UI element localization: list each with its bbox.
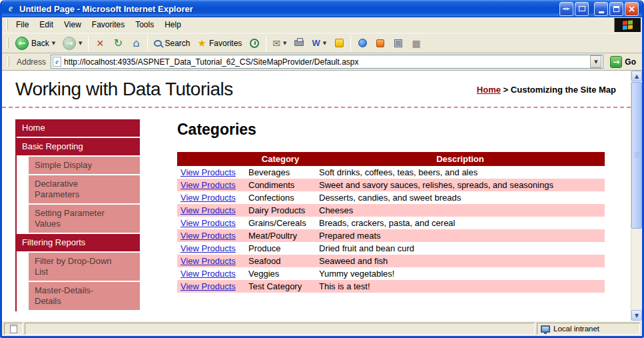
stop-button[interactable]: ✕ xyxy=(91,35,109,51)
view-products-link[interactable]: View Products xyxy=(180,256,236,266)
favorites-star-icon: ★ xyxy=(198,37,206,49)
sidebar-nav: Home Basic Reporting Simple Display Decl… xyxy=(15,119,140,311)
address-label: Address xyxy=(15,57,47,67)
edit-button[interactable]: W ▼ xyxy=(308,37,330,49)
windows-logo xyxy=(614,18,641,32)
history-button[interactable] xyxy=(246,35,263,51)
back-button[interactable]: ← Back ▼ xyxy=(12,35,59,51)
titlebar: e Untitled Page - Microsoft Internet Exp… xyxy=(2,0,642,17)
edit-word-icon: W xyxy=(312,38,320,48)
close-button[interactable]: × xyxy=(625,2,639,16)
msn-button[interactable] xyxy=(354,35,371,51)
view-products-link[interactable]: View Products xyxy=(180,231,236,241)
fullscreen-grid-button[interactable]: ▦ xyxy=(408,35,425,51)
breadcrumb-current: Customizing the Site Map xyxy=(511,85,616,95)
description-cell: Dried fruit and bean curd xyxy=(316,242,605,255)
category-cell: Beverages xyxy=(245,166,316,179)
go-arrow-icon: → xyxy=(610,56,622,68)
view-products-link[interactable]: View Products xyxy=(180,269,236,279)
mail-icon: ✉ xyxy=(272,38,280,49)
sites-button[interactable] xyxy=(390,35,407,51)
toolbar-grip[interactable] xyxy=(7,38,9,49)
table-row: View Products Confections Desserts, cand… xyxy=(177,191,605,204)
category-cell: Confections xyxy=(245,191,316,204)
menu-file[interactable]: File xyxy=(11,18,34,31)
sidebar-item-master-details-details[interactable]: Master-Details-Details xyxy=(29,282,140,310)
menu-favorites[interactable]: Favorites xyxy=(87,18,130,31)
sidebar-item-setting-parameter-values[interactable]: Setting Parameter Values xyxy=(29,205,140,233)
sidebar-item-declarative-parameters[interactable]: Declarative Parameters xyxy=(29,175,140,203)
description-cell: Desserts, candies, and sweet breads xyxy=(316,191,605,204)
scroll-up-button[interactable]: ▲ xyxy=(631,71,642,81)
titlebar-monitor-button[interactable] xyxy=(575,2,589,16)
forward-dropdown-icon[interactable]: ▼ xyxy=(79,41,82,46)
view-products-link[interactable]: View Products xyxy=(180,180,236,190)
local-intranet-icon xyxy=(541,325,550,333)
vertical-scrollbar: ▲ ▼ xyxy=(631,71,642,321)
scroll-down-button[interactable]: ▼ xyxy=(631,310,642,321)
table-row: View Products Test Category This is a te… xyxy=(177,280,605,293)
address-input-wrap: e ▼ xyxy=(51,55,603,69)
category-cell: Condiments xyxy=(245,179,316,191)
toolbar-separator xyxy=(350,35,351,51)
menu-help[interactable]: Help xyxy=(159,18,186,31)
scroll-thumb[interactable] xyxy=(631,82,642,229)
view-products-link[interactable]: View Products xyxy=(180,281,236,291)
view-products-link[interactable]: View Products xyxy=(180,205,236,215)
refresh-button[interactable]: ↻ xyxy=(109,35,127,51)
view-products-link[interactable]: View Products xyxy=(180,218,236,228)
table-row: View Products Veggies Yummy vegetables! xyxy=(177,267,605,280)
favorites-button[interactable]: ★ Favorites xyxy=(194,36,246,51)
sidebar-item-basic-reporting[interactable]: Basic Reporting xyxy=(15,138,140,155)
address-dropdown-button[interactable]: ▼ xyxy=(590,55,601,68)
sidebar-item-home[interactable]: Home xyxy=(15,119,140,137)
header-category: Category xyxy=(245,152,316,166)
go-button[interactable]: → Go xyxy=(607,55,639,69)
menu-tools[interactable]: Tools xyxy=(130,18,159,31)
mail-button[interactable]: ✉ ▼ xyxy=(269,37,290,50)
table-row: View Products Produce Dried fruit and be… xyxy=(177,242,605,255)
description-cell: Soft drinks, coffees, teas, beers, and a… xyxy=(316,166,605,179)
scroll-track[interactable] xyxy=(631,81,642,310)
status-page-panel xyxy=(4,323,23,335)
minimize-button[interactable] xyxy=(594,2,608,16)
forward-button[interactable]: → ▼ xyxy=(59,35,85,51)
view-products-link[interactable]: View Products xyxy=(180,193,236,203)
table-row: View Products Condiments Sweet and savor… xyxy=(177,179,605,191)
mail-dropdown-icon[interactable]: ▼ xyxy=(283,41,286,46)
research-button[interactable] xyxy=(372,35,389,51)
sidebar-item-filter-by-dropdown-list[interactable]: Filter by Drop-Down List xyxy=(29,253,140,281)
view-products-link[interactable]: View Products xyxy=(180,243,236,253)
maximize-button[interactable] xyxy=(609,2,623,16)
messenger-button[interactable] xyxy=(330,35,348,51)
home-button[interactable]: ⌂ xyxy=(127,35,145,51)
msn-icon xyxy=(358,39,367,47)
search-label: Search xyxy=(164,39,190,48)
toolbar-grip[interactable] xyxy=(7,57,9,67)
description-cell: Sweet and savory sauces, relishes, sprea… xyxy=(316,179,605,191)
edit-dropdown-icon[interactable]: ▼ xyxy=(323,41,326,46)
breadcrumb-home-link[interactable]: Home xyxy=(477,85,501,95)
titlebar-arrows-button[interactable]: ◄► xyxy=(559,2,573,16)
categories-table: Category Description View Products Bever… xyxy=(177,152,605,293)
header-blank xyxy=(177,152,245,166)
toolbar-grip[interactable] xyxy=(6,19,8,30)
table-row: View Products Beverages Soft drinks, cof… xyxy=(177,166,605,179)
document-icon xyxy=(10,325,17,333)
menu-edit[interactable]: Edit xyxy=(34,18,59,31)
status-bar: Local intranet xyxy=(2,321,642,336)
favorites-label: Favorites xyxy=(209,39,242,48)
description-cell: Seaweed and fish xyxy=(316,255,605,267)
building-icon xyxy=(394,39,402,47)
category-cell: Test Category xyxy=(245,280,316,293)
sidebar-item-simple-display[interactable]: Simple Display xyxy=(29,157,140,174)
view-products-link[interactable]: View Products xyxy=(180,167,236,177)
menu-view[interactable]: View xyxy=(59,18,87,31)
address-input[interactable] xyxy=(64,57,587,67)
back-dropdown-icon[interactable]: ▼ xyxy=(52,41,55,46)
windows-flag-icon xyxy=(623,20,633,30)
print-button[interactable] xyxy=(290,35,308,51)
search-button[interactable]: Search xyxy=(151,37,193,49)
sidebar-item-filtering-reports[interactable]: Filtering Reports xyxy=(15,234,140,251)
security-zone-label: Local intranet xyxy=(553,325,599,333)
